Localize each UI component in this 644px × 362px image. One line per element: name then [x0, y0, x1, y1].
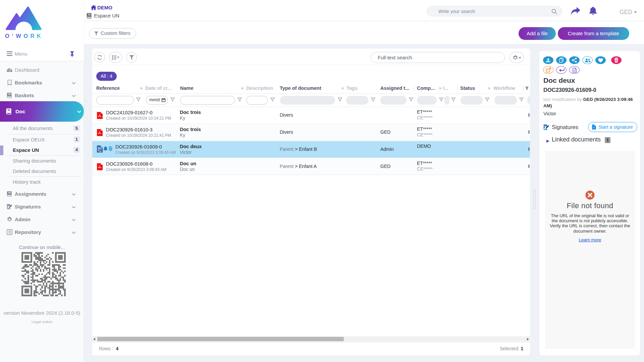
svg-text:w: w — [99, 149, 102, 153]
svg-text:OʼWORK: OʼWORK — [5, 33, 43, 39]
